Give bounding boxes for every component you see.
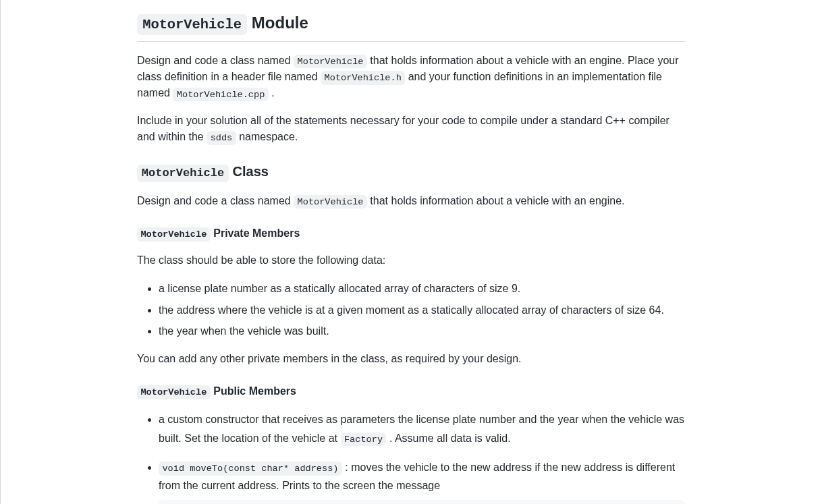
text: namespace. (236, 131, 298, 142)
class-heading-code: MotorVehicle (137, 165, 229, 182)
private-members-list: a license plate number as a statically a… (137, 279, 685, 340)
list-item: a custom constructor that receives as pa… (159, 410, 685, 447)
intro-paragraph-2: Include in your solution all of the stat… (137, 113, 685, 145)
document-body: MotorVehicle Module Design and code a cl… (70, 0, 752, 504)
list-item-paragraph: void moveTo(const char* address) : moves… (159, 458, 685, 495)
module-heading: MotorVehicle Module (137, 11, 685, 42)
class-intro-paragraph: Design and code a class named MotorVehic… (137, 193, 685, 209)
code-block: |[LICENSE_PLATE]| |[CURRENT_ADDRESS] ---… (159, 500, 685, 504)
public-members-list: a custom constructor that receives as pa… (137, 410, 685, 504)
private-members-intro: The class should be able to store the fo… (137, 252, 685, 269)
public-members-heading: MotorVehicle Public Members (137, 383, 685, 399)
text: . Assume all data is valid. (386, 432, 510, 444)
text: Design and code a class named (137, 195, 294, 206)
text: Design and code a class named (137, 55, 294, 66)
module-heading-text: Module (247, 13, 308, 32)
intro-paragraph-1: Design and code a class named MotorVehic… (137, 53, 685, 102)
list-item: void moveTo(const char* address) : moves… (159, 458, 685, 504)
code-inline: MotorVehicle (294, 55, 367, 68)
code-inline: Factory (341, 432, 387, 446)
class-heading: MotorVehicle Class (137, 161, 685, 182)
public-members-code: MotorVehicle (137, 385, 211, 399)
list-item: the address where the vehicle is at a gi… (159, 301, 685, 319)
private-members-note: You can add any other private members in… (137, 351, 685, 367)
code-inline: MotorVehicle (294, 195, 367, 208)
code-inline: void moveTo(const char* address) (159, 461, 342, 475)
text: . (269, 87, 275, 99)
private-members-heading: MotorVehicle Private Members (137, 225, 685, 242)
class-heading-text: Class (229, 164, 269, 179)
private-members-text: Private Members (211, 227, 300, 239)
text: that holds information about a vehicle w… (367, 195, 625, 206)
module-heading-code: MotorVehicle (137, 14, 247, 35)
list-item: a license plate number as a statically a… (159, 279, 685, 298)
code-inline: MotorVehicle.cpp (173, 88, 268, 101)
list-item-paragraph: a custom constructor that receives as pa… (159, 410, 685, 447)
list-item: the year when the vehicle was built. (159, 322, 685, 340)
left-border (0, 0, 1, 504)
code-inline: MotorVehicle.h (321, 71, 405, 84)
public-members-text: Public Members (211, 385, 296, 397)
private-members-code: MotorVehicle (137, 227, 211, 241)
code-inline: sdds (207, 131, 236, 144)
